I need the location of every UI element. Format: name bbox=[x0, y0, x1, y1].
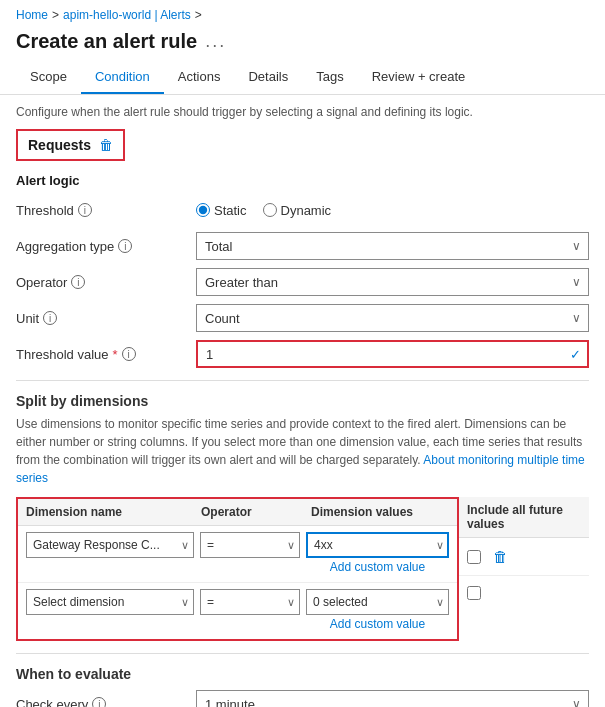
dim-row-2: Select dimension = 0 selected Add custom… bbox=[18, 583, 457, 639]
breadcrumb-sep1: > bbox=[52, 8, 59, 22]
dynamic-radio-label[interactable]: Dynamic bbox=[263, 203, 332, 218]
split-dimensions-title: Split by dimensions bbox=[16, 393, 589, 409]
check-every-select[interactable]: 1 minute bbox=[196, 690, 589, 707]
tab-condition[interactable]: Condition bbox=[81, 61, 164, 94]
include-future-header: Include all future values bbox=[459, 497, 589, 538]
static-radio-label[interactable]: Static bbox=[196, 203, 247, 218]
threshold-value-input[interactable] bbox=[196, 340, 589, 368]
threshold-value-row: Threshold value * i bbox=[16, 340, 589, 368]
include-future-checkbox-1[interactable] bbox=[467, 550, 481, 564]
tab-tags[interactable]: Tags bbox=[302, 61, 357, 94]
dimension-table: Dimension name Operator Dimension values… bbox=[16, 497, 459, 641]
threshold-value-input-wrapper bbox=[196, 340, 589, 368]
dim-operator-select-1[interactable]: = bbox=[200, 532, 300, 558]
aggregation-type-select[interactable]: Total bbox=[196, 232, 589, 260]
dim-operator-select-wrapper-2: = bbox=[200, 589, 300, 615]
operator-info-icon[interactable]: i bbox=[71, 275, 85, 289]
dim-row-delete-icon-1[interactable]: 🗑 bbox=[489, 548, 512, 565]
threshold-radio-group: Static Dynamic bbox=[196, 203, 331, 218]
breadcrumb-sep2: > bbox=[195, 8, 202, 22]
threshold-info-icon[interactable]: i bbox=[78, 203, 92, 217]
requests-title: Requests bbox=[28, 137, 91, 153]
operator-label: Operator i bbox=[16, 275, 196, 290]
operator-select-wrapper: Greater than bbox=[196, 268, 589, 296]
aggregation-type-label: Aggregation type i bbox=[16, 239, 196, 254]
add-custom-value-1[interactable]: Add custom value bbox=[306, 558, 449, 576]
include-future-row-1: 🗑 bbox=[459, 538, 589, 576]
threshold-value-label: Threshold value * i bbox=[16, 347, 196, 362]
dim-name-select-2[interactable]: Select dimension bbox=[26, 589, 194, 615]
include-future-col: Include all future values 🗑 bbox=[459, 497, 589, 610]
dim-name-header: Dimension name bbox=[26, 505, 201, 519]
unit-select[interactable]: Count bbox=[196, 304, 589, 332]
nav-tabs: Scope Condition Actions Details Tags Rev… bbox=[0, 61, 605, 95]
dim-header-cols: Dimension name Operator Dimension values bbox=[18, 499, 457, 526]
breadcrumb: Home > apim-hello-world | Alerts > bbox=[0, 0, 605, 26]
dim-operator-select-2[interactable]: = bbox=[200, 589, 300, 615]
alert-logic-title: Alert logic bbox=[16, 173, 589, 188]
static-label: Static bbox=[214, 203, 247, 218]
aggregation-type-row: Aggregation type i Total bbox=[16, 232, 589, 260]
threshold-value-info-icon[interactable]: i bbox=[122, 347, 136, 361]
threshold-row: Threshold i Static Dynamic bbox=[16, 196, 589, 224]
tab-actions[interactable]: Actions bbox=[164, 61, 235, 94]
split-dimensions-description: Use dimensions to monitor specific time … bbox=[16, 415, 589, 487]
when-to-evaluate-title: When to evaluate bbox=[16, 666, 589, 682]
dim-values-col-2: 0 selected Add custom value bbox=[306, 589, 449, 633]
page-title: Create an alert rule bbox=[16, 30, 197, 53]
dim-row-1: Gateway Response C... = 4xx Add custom v… bbox=[18, 526, 457, 583]
include-future-checkbox-2[interactable] bbox=[467, 586, 481, 600]
dim-values-select-2[interactable]: 0 selected bbox=[306, 589, 449, 615]
include-future-row-2 bbox=[459, 576, 589, 610]
requests-delete-icon[interactable]: 🗑 bbox=[99, 137, 113, 153]
unit-info-icon[interactable]: i bbox=[43, 311, 57, 325]
dynamic-radio[interactable] bbox=[263, 203, 277, 217]
static-radio[interactable] bbox=[196, 203, 210, 217]
dim-values-col-1: 4xx Add custom value bbox=[306, 532, 449, 576]
unit-select-wrapper: Count bbox=[196, 304, 589, 332]
check-every-row: Check every i 1 minute bbox=[16, 690, 589, 707]
dim-name-select-wrapper-1: Gateway Response C... bbox=[26, 532, 194, 558]
dim-operator-header: Operator bbox=[201, 505, 311, 519]
threshold-label: Threshold i bbox=[16, 203, 196, 218]
page-title-row: Create an alert rule ... bbox=[0, 26, 605, 61]
required-star: * bbox=[113, 347, 118, 362]
dim-values-select-1[interactable]: 4xx bbox=[306, 532, 449, 558]
dim-name-select-wrapper-2: Select dimension bbox=[26, 589, 194, 615]
dim-values-header: Dimension values bbox=[311, 505, 449, 519]
operator-row: Operator i Greater than bbox=[16, 268, 589, 296]
dim-values-select-wrapper-1: 4xx bbox=[306, 532, 449, 558]
unit-row: Unit i Count bbox=[16, 304, 589, 332]
check-every-info-icon[interactable]: i bbox=[92, 697, 106, 707]
dim-name-select-1[interactable]: Gateway Response C... bbox=[26, 532, 194, 558]
dim-values-select-wrapper-2: 0 selected bbox=[306, 589, 449, 615]
dimension-table-wrapper: Dimension name Operator Dimension values… bbox=[16, 497, 589, 641]
ellipsis-menu-button[interactable]: ... bbox=[205, 31, 226, 52]
check-every-label: Check every i bbox=[16, 697, 196, 708]
tab-review-create[interactable]: Review + create bbox=[358, 61, 480, 94]
add-custom-value-2[interactable]: Add custom value bbox=[306, 615, 449, 633]
dim-table-header: Dimension name Operator Dimension values bbox=[18, 499, 457, 526]
dynamic-label: Dynamic bbox=[281, 203, 332, 218]
aggregation-info-icon[interactable]: i bbox=[118, 239, 132, 253]
breadcrumb-home[interactable]: Home bbox=[16, 8, 48, 22]
unit-label: Unit i bbox=[16, 311, 196, 326]
main-content: Configure when the alert rule should tri… bbox=[0, 95, 605, 707]
operator-select[interactable]: Greater than bbox=[196, 268, 589, 296]
breadcrumb-resource[interactable]: apim-hello-world | Alerts bbox=[63, 8, 191, 22]
tab-scope[interactable]: Scope bbox=[16, 61, 81, 94]
requests-section-box: Requests 🗑 bbox=[16, 129, 125, 161]
config-description: Configure when the alert rule should tri… bbox=[16, 105, 589, 119]
dim-operator-select-wrapper-1: = bbox=[200, 532, 300, 558]
check-every-select-wrapper: 1 minute bbox=[196, 690, 589, 707]
aggregation-type-select-wrapper: Total bbox=[196, 232, 589, 260]
tab-details[interactable]: Details bbox=[234, 61, 302, 94]
